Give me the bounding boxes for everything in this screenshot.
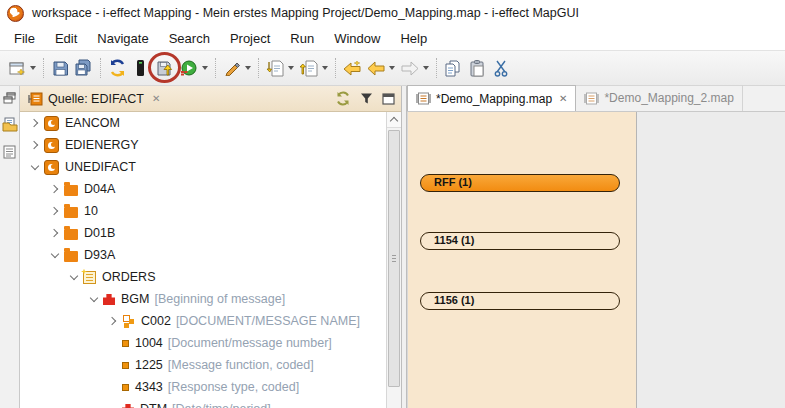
tree-item-eancom[interactable]: EANCOM (20, 112, 401, 134)
chevron-right-icon[interactable] (49, 229, 57, 237)
chevron-right-icon[interactable] (107, 317, 115, 325)
tree-item-d01b[interactable]: D01B (20, 222, 401, 244)
chevron-right-icon[interactable] (29, 141, 37, 149)
new-wizard-icon[interactable] (5, 55, 29, 81)
menu-window[interactable]: Window (324, 29, 390, 48)
menu-help[interactable]: Help (390, 29, 437, 48)
maximize-icon[interactable] (382, 93, 395, 105)
export-dropdown-icon[interactable] (322, 66, 328, 70)
back-dropdown-icon[interactable] (389, 66, 395, 70)
view-toolbar (335, 91, 395, 106)
menu-run[interactable]: Run (280, 29, 324, 48)
scroll-up-icon[interactable] (387, 112, 401, 128)
link-with-editor-icon[interactable] (335, 91, 351, 106)
paste-icon[interactable] (465, 55, 489, 81)
outline-icon[interactable] (3, 145, 16, 163)
segment-icon (103, 294, 115, 305)
toolbar-separator (215, 58, 216, 78)
scrollbar-thumb[interactable] (388, 130, 400, 387)
tree-item-1225[interactable]: 1225 [Message function, coded] (20, 354, 401, 376)
back-icon[interactable] (364, 55, 388, 81)
convert-icon[interactable] (105, 55, 129, 81)
terminal-icon[interactable] (129, 55, 153, 81)
source-view-header: Quelle: EDIFACT ✕ (20, 86, 401, 112)
toolbar-separator (43, 58, 44, 78)
node-1154[interactable]: 1154 (1) (420, 232, 620, 250)
clipboard-folder-icon[interactable] (2, 117, 18, 136)
forward-dropdown-icon[interactable] (423, 66, 429, 70)
tab-label: *Demo_Mapping_2.map (604, 91, 733, 105)
folder-icon (64, 251, 78, 262)
menu-navigate[interactable]: Navigate (87, 29, 158, 48)
import-dropdown-icon[interactable] (288, 66, 294, 70)
filter-icon[interactable] (360, 92, 373, 105)
tab-label: *Demo_Mapping.map (436, 92, 552, 106)
cut-icon[interactable] (489, 55, 513, 81)
last-edit-location-icon[interactable] (340, 55, 364, 81)
node-1156[interactable]: 1156 (1) (420, 292, 620, 310)
import-doc-icon[interactable] (263, 55, 287, 81)
tree-item-orders[interactable]: ORDERS (20, 266, 401, 288)
save-icon[interactable] (48, 55, 72, 81)
chevron-down-icon[interactable] (69, 271, 77, 279)
chevron-right-icon[interactable] (49, 185, 57, 193)
forward-icon[interactable] (398, 55, 422, 81)
tree-item-label: D93A (84, 248, 115, 262)
menu-project[interactable]: Project (220, 29, 280, 48)
tab-demo-mapping[interactable]: *Demo_Mapping.map ✕ (407, 85, 576, 111)
export-doc-icon[interactable] (297, 55, 321, 81)
tree-item-edienergy[interactable]: EDIENERGY (20, 134, 401, 156)
source-view-tab[interactable]: Quelle: EDIFACT ✕ (28, 92, 160, 106)
composite-icon (122, 315, 135, 328)
ieffect-standard-icon (44, 116, 59, 131)
marker-dropdown-icon[interactable] (245, 66, 251, 70)
toolbar-separator (436, 58, 437, 78)
tree-item-4343[interactable]: 4343 [Response type, coded] (20, 376, 401, 398)
ieffect-standard-icon (44, 138, 59, 153)
tree-item-unedifact[interactable]: UNEDIFACT (20, 156, 401, 178)
menu-edit[interactable]: Edit (45, 29, 87, 48)
save-all-icon[interactable] (72, 55, 96, 81)
tree-item-1004[interactable]: 1004 [Document/message number] (20, 332, 401, 354)
tree-item-label: 10 (84, 204, 98, 218)
save-upload-icon[interactable] (153, 55, 177, 81)
element-icon (122, 362, 129, 369)
chevron-right-icon[interactable] (29, 119, 37, 127)
menu-file[interactable]: File (4, 29, 45, 48)
new-dropdown-icon[interactable] (30, 66, 36, 70)
close-tab-icon[interactable]: ✕ (559, 93, 567, 104)
tree-item-dtm-partial[interactable]: DTM [Date/time/period] (20, 398, 401, 408)
fast-view-rail (0, 86, 20, 408)
ieffect-standard-icon (44, 160, 59, 175)
tree-item-desc: [Document/message number] (168, 336, 332, 350)
tree-item-d93a[interactable]: D93A (20, 244, 401, 266)
title-bar: workspace - i-effect Mapping - Mein erst… (0, 0, 785, 26)
tree-item-label: UNEDIFACT (65, 160, 136, 174)
run-dropdown-icon[interactable] (202, 66, 208, 70)
tree-item-label: 1004 (135, 336, 163, 350)
tree-item-d04a[interactable]: D04A (20, 178, 401, 200)
tree-scrollbar[interactable] (386, 112, 401, 408)
tree-item-label: 1225 (135, 358, 163, 372)
chevron-down-icon[interactable] (30, 161, 38, 169)
tree-item-10[interactable]: 10 (20, 200, 401, 222)
chevron-down-icon[interactable] (50, 249, 58, 257)
element-icon (122, 340, 129, 347)
run-icon[interactable] (177, 55, 201, 81)
restore-panes-icon[interactable] (3, 90, 16, 108)
folder-icon (64, 207, 78, 218)
node-rff[interactable]: RFF (1) (420, 174, 620, 192)
source-column (408, 112, 637, 408)
copy-icon[interactable] (441, 55, 465, 81)
tree-item-bgm[interactable]: BGM [Beginning of message] (20, 288, 401, 310)
chevron-right-icon[interactable] (49, 207, 57, 215)
app-logo-icon (7, 5, 24, 22)
tree-item-c002[interactable]: C002 [DOCUMENT/MESSAGE NAME] (20, 310, 401, 332)
close-view-icon[interactable]: ✕ (152, 93, 160, 104)
mapping-file-icon (416, 92, 431, 105)
menu-bar: File Edit Navigate Search Project Run Wi… (0, 26, 785, 50)
marker-pen-icon[interactable] (220, 55, 244, 81)
menu-search[interactable]: Search (159, 29, 220, 48)
chevron-down-icon[interactable] (89, 293, 97, 301)
tab-demo-mapping-2[interactable]: *Demo_Mapping_2.map (576, 85, 742, 111)
